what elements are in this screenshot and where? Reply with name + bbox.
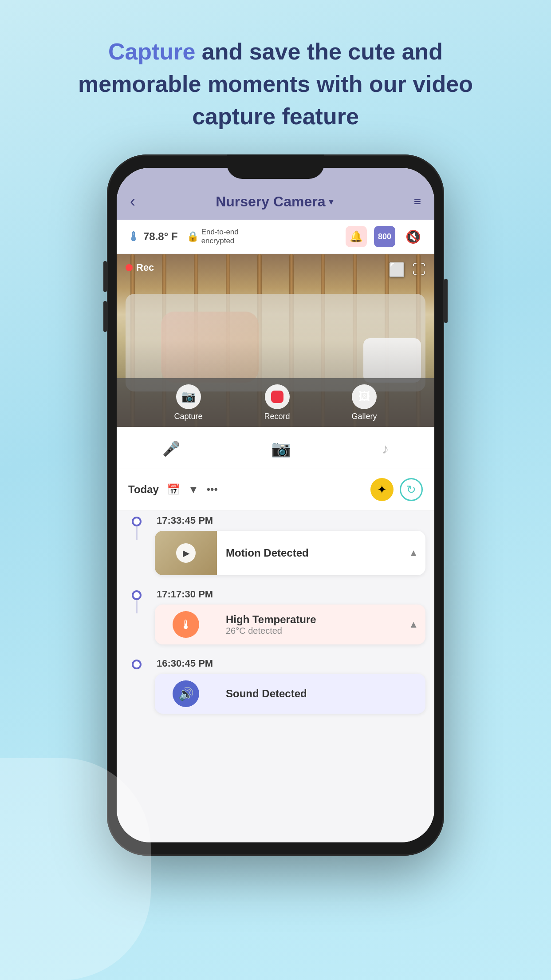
gallery-label: Gallery	[352, 412, 377, 421]
num-button[interactable]: 800	[374, 226, 395, 247]
record-button[interactable]: Record	[264, 384, 290, 421]
filter-icon[interactable]: ▼	[188, 483, 199, 496]
temperature-icon-circle: 🌡	[173, 611, 199, 638]
mute-button[interactable]: 🔇	[402, 226, 424, 247]
encryption-text: End-to-endencrypted	[201, 228, 239, 246]
scan-icon[interactable]: ⬜	[389, 262, 405, 277]
temperature-value: 78.8° F	[143, 230, 178, 243]
screen: ‹ Nursery Camera ▾ ≡ 🌡 78.8° F 🔒 End-to-…	[117, 168, 434, 842]
motion-event-title: Motion Detected	[226, 547, 400, 559]
alarm-button[interactable]: 🔔	[346, 226, 367, 247]
temperature-display: 🌡 78.8° F	[127, 229, 178, 244]
rec-label: Rec	[136, 262, 154, 273]
music-icon: ♪	[382, 441, 389, 457]
tab-mic[interactable]: 🎤	[149, 437, 193, 461]
timeline-dot-3	[132, 660, 142, 669]
settings-icon[interactable]: ≡	[414, 194, 421, 209]
headline-highlight: Capture	[108, 39, 195, 64]
record-label: Record	[264, 412, 290, 421]
camera-feed: Rec ⬜ ⛶ 📷 Capture Recor	[117, 254, 434, 427]
nav-tabs: 🎤 📷 ♪	[117, 427, 434, 469]
back-button[interactable]: ‹	[130, 192, 135, 211]
camera-title: Nursery Camera ▾	[216, 194, 333, 210]
timeline-dot-2	[132, 590, 142, 600]
num-label: 800	[378, 232, 391, 241]
timeline-line-2	[136, 600, 138, 613]
record-inner	[271, 391, 283, 403]
timeline-time-3: 16:30:45 PM	[155, 658, 425, 669]
sound-event-info: Sound Detected	[217, 680, 425, 707]
vol-up-button	[103, 261, 107, 292]
timeline-area: Today 📅 ▼ ••• ✦ ↻	[117, 469, 434, 842]
encryption-badge: 🔒 End-to-endencrypted	[187, 228, 239, 246]
power-button	[444, 279, 448, 323]
motion-event-info: Motion Detected	[217, 540, 409, 566]
timeline-left-1	[126, 515, 148, 540]
star-badge[interactable]: ✦	[370, 478, 394, 501]
star-icon: ✦	[377, 483, 387, 497]
chevron-down-icon[interactable]: ▾	[329, 196, 333, 207]
refresh-badge[interactable]: ↻	[400, 478, 423, 501]
timeline-time-1: 17:33:45 PM	[155, 515, 425, 526]
temperature-thumb: 🌡	[155, 605, 217, 644]
phone-notch	[227, 154, 324, 179]
phone-shell: ‹ Nursery Camera ▾ ≡ 🌡 78.8° F 🔒 End-to-…	[107, 154, 444, 856]
timeline-dot-1	[132, 517, 142, 526]
capture-button[interactable]: 📷 Capture	[174, 384, 202, 421]
temperature-event-card[interactable]: 🌡 High Temperature 26°C detected ▲	[155, 605, 425, 644]
refresh-icon: ↻	[406, 483, 416, 497]
today-label: Today	[128, 483, 159, 496]
rec-indicator: Rec	[126, 262, 154, 273]
timeline-right-1: 17:33:45 PM ▶ Motion Detected ▲	[155, 515, 425, 575]
timeline-line-1	[136, 526, 138, 540]
sound-event-title: Sound Detected	[226, 688, 417, 700]
camera-name: Nursery Camera	[216, 194, 325, 210]
temperature-event-subtitle: 26°C detected	[226, 626, 400, 636]
tab-music[interactable]: ♪	[369, 437, 402, 461]
controls-overlay: 📷 Capture Record 🖼 Gallery	[117, 378, 434, 427]
rec-dot	[126, 264, 133, 271]
motion-event-card[interactable]: ▶ Motion Detected ▲	[155, 531, 425, 575]
status-icons: 🔔 800 🔇	[346, 226, 424, 247]
timeline-right-3: 16:30:45 PM 🔊 Sound Detected	[155, 658, 425, 714]
filter-bar: Today 📅 ▼ ••• ✦ ↻	[117, 469, 434, 510]
timeline-left-2	[126, 589, 148, 613]
calendar-icon[interactable]: 📅	[167, 483, 180, 496]
fullscreen-icon[interactable]: ⛶	[412, 262, 425, 277]
temperature-event-info: High Temperature 26°C detected	[217, 606, 409, 643]
lock-icon: 🔒	[187, 231, 199, 242]
mic-icon: 🎤	[162, 440, 180, 457]
sound-thumb: 🔊	[155, 674, 217, 714]
timeline-item: 17:33:45 PM ▶ Motion Detected ▲	[126, 515, 425, 575]
motion-event-arrow: ▲	[409, 547, 425, 559]
filter-right: ✦ ↻	[370, 478, 423, 501]
mute-icon: 🔇	[405, 229, 421, 244]
timeline-left-3	[126, 658, 148, 669]
headline: Capture and save the cute and memorable …	[31, 0, 520, 154]
capture-label: Capture	[174, 412, 202, 421]
temperature-event-arrow: ▲	[409, 619, 425, 630]
gallery-button[interactable]: 🖼 Gallery	[352, 384, 377, 421]
sound-icon-circle: 🔊	[173, 680, 199, 707]
status-bar: 🌡 78.8° F 🔒 End-to-endencrypted 🔔 800 🔇	[117, 220, 434, 254]
thermometer-icon: 🌡	[127, 229, 140, 244]
play-button[interactable]: ▶	[176, 543, 196, 563]
temperature-event-title: High Temperature	[226, 613, 400, 626]
more-icon[interactable]: •••	[207, 483, 218, 496]
sound-event-card[interactable]: 🔊 Sound Detected	[155, 674, 425, 714]
timeline-item-2: 17:17:30 PM 🌡 High Temperature 26°C dete…	[126, 589, 425, 644]
vol-down-button	[103, 301, 107, 332]
timeline-container: 17:33:45 PM ▶ Motion Detected ▲	[117, 510, 434, 736]
timeline-time-2: 17:17:30 PM	[155, 589, 425, 600]
timeline-right-2: 17:17:30 PM 🌡 High Temperature 26°C dete…	[155, 589, 425, 644]
motion-thumb: ▶	[155, 531, 217, 575]
alarm-icon: 🔔	[350, 230, 363, 243]
camera-capture-icon: 📷	[181, 390, 196, 403]
tab-camera[interactable]: 📷	[258, 436, 304, 462]
camera-tab-icon: 📷	[271, 439, 291, 458]
gallery-icon: 🖼	[358, 390, 370, 403]
timeline-item-3: 16:30:45 PM 🔊 Sound Detected	[126, 658, 425, 714]
feed-corners: ⬜ ⛶	[389, 262, 425, 277]
